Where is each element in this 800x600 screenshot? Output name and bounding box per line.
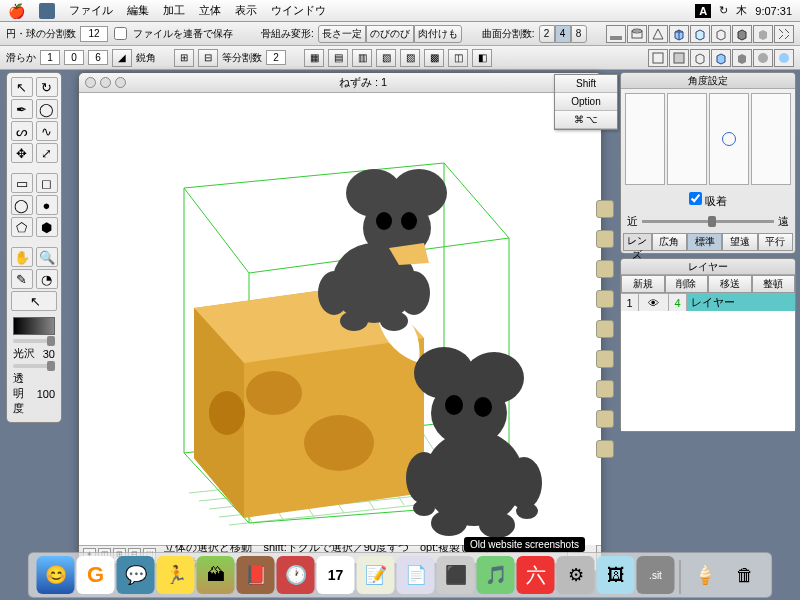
- rotate-tool[interactable]: ↻: [36, 77, 58, 97]
- dock-cal[interactable]: 17: [317, 556, 355, 594]
- side-icon-2[interactable]: [596, 230, 614, 248]
- cube-tool[interactable]: ◻: [36, 173, 58, 193]
- prim-cyl-icon[interactable]: [627, 25, 647, 43]
- rect-tool[interactable]: ▭: [11, 173, 33, 193]
- dock-pref[interactable]: ⚙: [557, 556, 595, 594]
- side-icon-5[interactable]: [596, 320, 614, 338]
- lens-tele[interactable]: 望遠: [722, 233, 757, 251]
- smooth-3[interactable]: [88, 50, 108, 65]
- prim-ground-icon[interactable]: [606, 25, 626, 43]
- render-1-icon[interactable]: [648, 49, 668, 67]
- align-7-icon[interactable]: ◫: [448, 49, 468, 67]
- layer-del[interactable]: 削除: [665, 275, 709, 293]
- prim-box-icon[interactable]: [669, 25, 689, 43]
- modifier-shift[interactable]: Shift: [555, 75, 617, 93]
- curve-4[interactable]: 4: [555, 25, 571, 43]
- render-5-icon[interactable]: [732, 49, 752, 67]
- angle-lock-icon[interactable]: ◢: [112, 49, 132, 67]
- bone-opt-flesh[interactable]: 肉付けも: [414, 25, 462, 43]
- angle-persp[interactable]: [751, 93, 791, 185]
- smooth-1[interactable]: [40, 50, 60, 65]
- render-3-icon[interactable]: [690, 49, 710, 67]
- render-6-icon[interactable]: [753, 49, 773, 67]
- app-icon[interactable]: [39, 3, 55, 19]
- gloss-slider[interactable]: [13, 339, 55, 343]
- equal-div-input[interactable]: [266, 50, 286, 65]
- lens-std[interactable]: 標準: [687, 233, 722, 251]
- select-tool[interactable]: ↖: [11, 77, 33, 97]
- curve-2[interactable]: 2: [539, 25, 555, 43]
- bone-opt-stretch[interactable]: のびのび: [366, 25, 414, 43]
- dock-sit[interactable]: .sit: [637, 556, 675, 594]
- gradient-preview[interactable]: [13, 317, 55, 335]
- pen-tool[interactable]: ✒: [11, 99, 33, 119]
- lens-wide[interactable]: 広角: [652, 233, 687, 251]
- sphere-tool[interactable]: ●: [36, 195, 58, 215]
- modifier-cmd[interactable]: ⌘ ⌥: [555, 111, 617, 129]
- seq-save-checkbox[interactable]: [114, 27, 127, 40]
- viewport-titlebar[interactable]: ねずみ : 1: [79, 73, 601, 93]
- modifier-option[interactable]: Option: [555, 93, 617, 111]
- layer-new[interactable]: 新規: [621, 275, 665, 293]
- render-2-icon[interactable]: [669, 49, 689, 67]
- side-icon-4[interactable]: [596, 290, 614, 308]
- side-icon-7[interactable]: [596, 380, 614, 398]
- curve-8[interactable]: 8: [571, 25, 587, 43]
- apple-menu-icon[interactable]: 🍎: [8, 3, 25, 19]
- align-8-icon[interactable]: ◧: [472, 49, 492, 67]
- side-icon-6[interactable]: [596, 350, 614, 368]
- zoom-slider[interactable]: [642, 220, 774, 223]
- dock-cone[interactable]: 🍦: [686, 556, 724, 594]
- viewport-canvas[interactable]: [79, 93, 601, 545]
- dock-note[interactable]: 📝: [357, 556, 395, 594]
- divisions-input[interactable]: [80, 26, 108, 42]
- prim-solid-icon[interactable]: [732, 25, 752, 43]
- align-6-icon[interactable]: ▩: [424, 49, 444, 67]
- zoom-tool[interactable]: 🔍: [36, 247, 58, 267]
- angle-front[interactable]: [625, 93, 665, 185]
- prim-last-icon[interactable]: [774, 25, 794, 43]
- menu-edit[interactable]: 編集: [127, 3, 149, 18]
- grid-b-icon[interactable]: ⊟: [198, 49, 218, 67]
- layer-row[interactable]: 1 👁 4 レイヤー: [621, 293, 795, 311]
- path-tool[interactable]: ᔕ: [11, 121, 33, 141]
- dock-pad[interactable]: 📄: [397, 556, 435, 594]
- menu-solid[interactable]: 立体: [199, 3, 221, 18]
- eyedrop-tool[interactable]: ✎: [11, 269, 33, 289]
- dock-clock[interactable]: 🕐: [277, 556, 315, 594]
- render-4-icon[interactable]: [711, 49, 731, 67]
- input-method-icon[interactable]: A: [695, 4, 711, 18]
- prim-cone-icon[interactable]: [648, 25, 668, 43]
- layer-move[interactable]: 移送: [708, 275, 752, 293]
- angle-side[interactable]: [667, 93, 707, 185]
- side-icon-9[interactable]: [596, 440, 614, 458]
- menu-view[interactable]: 表示: [235, 3, 257, 18]
- align-2-icon[interactable]: ▤: [328, 49, 348, 67]
- lasso-tool[interactable]: ◯: [36, 99, 58, 119]
- dock-g[interactable]: G: [77, 556, 115, 594]
- grid-a-icon[interactable]: ⊞: [174, 49, 194, 67]
- zoom-icon[interactable]: [115, 77, 126, 88]
- dock-pic[interactable]: 🖼: [597, 556, 635, 594]
- ellipse-tool[interactable]: ◯: [11, 195, 33, 215]
- close-icon[interactable]: [85, 77, 96, 88]
- layer-sort[interactable]: 整頓: [752, 275, 796, 293]
- menu-window[interactable]: ウインドウ: [271, 3, 326, 18]
- dock-land[interactable]: 🏔: [197, 556, 235, 594]
- dock-im[interactable]: 💬: [117, 556, 155, 594]
- menu-process[interactable]: 加工: [163, 3, 185, 18]
- prim-shade-icon[interactable]: [753, 25, 773, 43]
- render-7-icon[interactable]: [774, 49, 794, 67]
- align-3-icon[interactable]: ▥: [352, 49, 372, 67]
- hand-tool[interactable]: ✋: [11, 247, 33, 267]
- bone-opt-fixed[interactable]: 長さ一定: [318, 25, 366, 43]
- poly-tool[interactable]: ⬠: [11, 217, 33, 237]
- bucket-tool[interactable]: ◔: [36, 269, 58, 289]
- layer-vis-icon[interactable]: 👁: [639, 294, 669, 311]
- align-4-icon[interactable]: ▧: [376, 49, 396, 67]
- align-5-icon[interactable]: ▨: [400, 49, 420, 67]
- angle-top[interactable]: [709, 93, 749, 185]
- side-icon-8[interactable]: [596, 410, 614, 428]
- curve-tool[interactable]: ∿: [36, 121, 58, 141]
- dock-finder[interactable]: 😊: [37, 556, 75, 594]
